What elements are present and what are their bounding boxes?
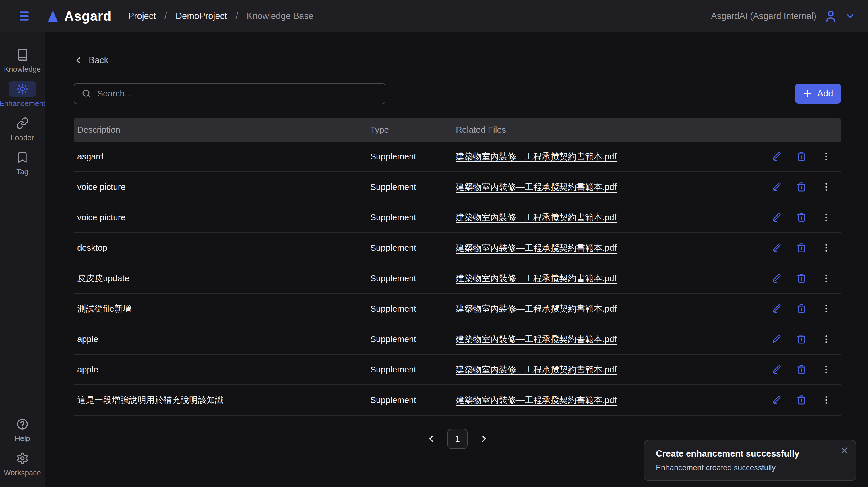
edit-button[interactable] <box>772 182 782 192</box>
sun-icon <box>9 81 36 97</box>
trash-icon <box>796 304 807 314</box>
edit-button[interactable] <box>772 212 782 222</box>
delete-button[interactable] <box>796 273 807 283</box>
edit-button[interactable] <box>772 273 782 283</box>
pagination-prev-button[interactable] <box>425 432 438 446</box>
add-button[interactable]: Add <box>795 84 841 104</box>
brand-name: Asgard <box>64 8 112 24</box>
delete-button[interactable] <box>796 243 807 253</box>
row-type: Supplement <box>370 182 456 192</box>
sidebar-item-knowledge[interactable]: Knowledge <box>4 47 41 74</box>
vertical-dots-icon <box>821 304 831 314</box>
related-file-link[interactable]: 建築物室內裝修—工程承攬契約書範本.pdf <box>456 394 617 406</box>
brand-logo[interactable]: Asgard <box>46 8 112 24</box>
breadcrumb-project[interactable]: Project <box>128 11 156 21</box>
bookmark-icon <box>9 150 36 165</box>
sidebar-item-tag[interactable]: Tag <box>9 150 36 176</box>
edit-button[interactable] <box>772 243 782 253</box>
edit-button[interactable] <box>772 304 782 314</box>
table-row: 這是一段增強說明用於補充說明該知識 Supplement 建築物室內裝修—工程承… <box>74 385 841 416</box>
table-row: voice picture Supplement 建築物室內裝修—工程承攬契約書… <box>74 203 841 233</box>
row-description: apple <box>77 334 370 344</box>
breadcrumb-separator: / <box>236 11 238 21</box>
delete-button[interactable] <box>796 334 807 344</box>
delete-button[interactable] <box>796 304 807 314</box>
delete-button[interactable] <box>796 151 807 162</box>
table-row: desktop Supplement 建築物室內裝修—工程承攬契約書範本.pdf <box>74 233 841 263</box>
edit-button[interactable] <box>772 364 782 375</box>
table-row: asgard Supplement 建築物室內裝修—工程承攬契約書範本.pdf <box>74 142 841 172</box>
sidebar-item-workspace[interactable]: Workspace <box>4 451 41 477</box>
toast-notification: ✕ Create enhancement successfully Enhanc… <box>644 440 856 481</box>
breadcrumb-separator: / <box>164 11 167 21</box>
delete-button[interactable] <box>796 182 807 192</box>
sidebar-item-label: Enhancement <box>0 99 45 108</box>
edit-button[interactable] <box>772 151 782 162</box>
breadcrumb-current-page: Knowledge Base <box>247 11 313 21</box>
related-file-link[interactable]: 建築物室內裝修—工程承攬契約書範本.pdf <box>456 303 617 315</box>
trash-icon <box>796 182 807 192</box>
row-actions <box>763 334 831 344</box>
main-content: Back Add Description Type Related Files … <box>45 32 868 487</box>
pencil-icon <box>772 334 782 344</box>
toast-title: Create enhancement successfully <box>656 449 844 459</box>
book-icon <box>9 47 36 63</box>
pencil-icon <box>772 304 782 314</box>
more-options-button[interactable] <box>821 334 831 344</box>
delete-button[interactable] <box>796 212 807 222</box>
row-description: apple <box>77 365 370 374</box>
breadcrumb-demoproject[interactable]: DemoProject <box>176 11 227 21</box>
more-options-button[interactable] <box>821 151 831 162</box>
table-row: 皮皮皮update Supplement 建築物室內裝修—工程承攬契約書範本.p… <box>74 263 841 294</box>
related-file-link[interactable]: 建築物室內裝修—工程承攬契約書範本.pdf <box>456 273 617 284</box>
vertical-dots-icon <box>821 243 831 253</box>
sidebar-item-loader[interactable]: Loader <box>9 116 36 142</box>
more-options-button[interactable] <box>821 395 831 405</box>
toast-close-button[interactable]: ✕ <box>840 446 849 456</box>
column-header-type: Type <box>370 125 456 135</box>
more-options-button[interactable] <box>821 212 831 222</box>
sidebar-item-help[interactable]: Help <box>9 416 36 443</box>
search-input[interactable] <box>97 89 378 98</box>
sidebar-item-enhancement[interactable]: Enhancement <box>0 81 45 108</box>
more-options-button[interactable] <box>821 243 831 253</box>
back-label: Back <box>89 55 108 65</box>
sidebar-item-label: Help <box>14 434 30 443</box>
related-file-link[interactable]: 建築物室內裝修—工程承攬契約書範本.pdf <box>456 242 617 254</box>
row-actions <box>763 273 831 283</box>
related-file-link[interactable]: 建築物室內裝修—工程承攬契約書範本.pdf <box>456 364 617 375</box>
more-options-button[interactable] <box>821 364 831 375</box>
vertical-dots-icon <box>821 151 831 162</box>
more-options-button[interactable] <box>821 304 831 314</box>
pagination-page-1[interactable]: 1 <box>447 429 468 449</box>
edit-button[interactable] <box>772 334 782 344</box>
sidebar-top-group: Knowledge Enhancement Loader <box>0 47 45 176</box>
trash-icon <box>796 151 807 162</box>
pencil-icon <box>772 395 782 405</box>
hamburger-menu-icon[interactable] <box>18 8 34 24</box>
account-menu[interactable]: AsgardAI (Asgard Internal) <box>711 9 856 24</box>
more-options-button[interactable] <box>821 182 831 192</box>
trash-icon <box>796 395 807 405</box>
back-button[interactable]: Back <box>74 55 108 65</box>
sidebar-item-label: Tag <box>17 168 28 176</box>
sidebar-item-label: Workspace <box>4 468 41 477</box>
edit-button[interactable] <box>772 395 782 405</box>
gear-icon <box>9 451 36 466</box>
pagination-next-button[interactable] <box>477 432 491 446</box>
table-body: asgard Supplement 建築物室內裝修—工程承攬契約書範本.pdf <box>74 142 841 416</box>
related-file-link[interactable]: 建築物室內裝修—工程承攬契約書範本.pdf <box>456 181 617 193</box>
related-file-link[interactable]: 建築物室內裝修—工程承攬契約書範本.pdf <box>456 333 617 345</box>
pencil-icon <box>772 243 782 253</box>
related-file-link[interactable]: 建築物室內裝修—工程承攬契約書範本.pdf <box>456 212 617 223</box>
row-type: Supplement <box>370 304 456 313</box>
delete-button[interactable] <box>796 395 807 405</box>
top-navbar: Asgard Project / DemoProject / Knowledge… <box>0 0 868 32</box>
toast-message: Enhancement created successfully <box>656 463 844 473</box>
more-options-button[interactable] <box>821 273 831 283</box>
controls-row: Add <box>74 83 841 104</box>
related-file-link[interactable]: 建築物室內裝修—工程承攬契約書範本.pdf <box>456 151 617 162</box>
trash-icon <box>796 273 807 283</box>
delete-button[interactable] <box>796 364 807 375</box>
row-actions <box>763 243 831 253</box>
